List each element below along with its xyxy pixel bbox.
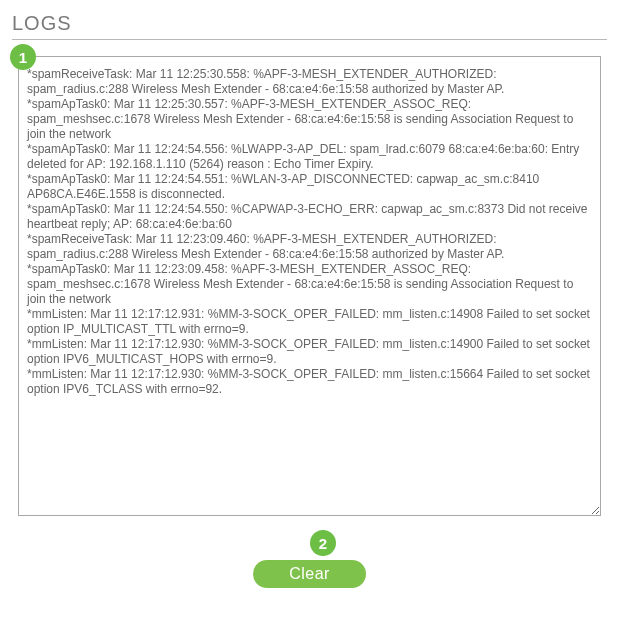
log-area-container: 1: [18, 56, 601, 520]
callout-badge-2: 2: [310, 530, 336, 556]
page-title: LOGS: [12, 12, 72, 35]
button-row: 2 Clear: [12, 560, 607, 588]
callout-badge-1: 1: [10, 44, 36, 70]
clear-button[interactable]: Clear: [253, 560, 366, 588]
logs-textarea[interactable]: [18, 56, 601, 516]
header: LOGS: [12, 12, 607, 40]
